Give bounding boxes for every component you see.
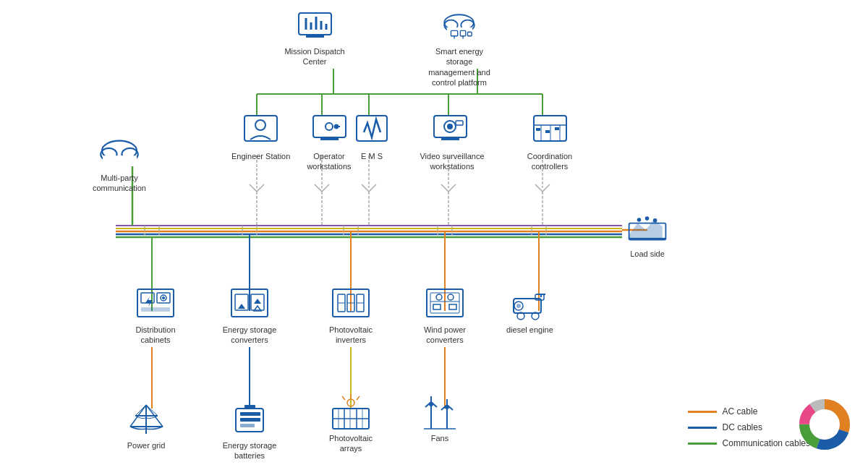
svg-line-149 [357, 396, 359, 400]
coordination-node: Coordination controllers [517, 112, 582, 172]
svg-rect-78 [313, 116, 346, 137]
energy-storage-bat-label: Energy storage batteries [217, 440, 282, 461]
diesel-icon [508, 286, 551, 322]
video-node: Video surveillance workstations [420, 112, 485, 172]
svg-rect-108 [231, 289, 268, 317]
svg-point-131 [516, 304, 521, 308]
svg-point-99 [637, 218, 642, 222]
fans-node: Fans [418, 394, 461, 443]
photovoltaic-arr-node: Photovoltaic arrays [318, 394, 383, 454]
svg-line-16 [362, 184, 369, 192]
energy-storage-bat-icon [228, 401, 271, 437]
ac-line [688, 411, 717, 413]
coordination-icon [528, 112, 571, 148]
energy-storage-bat-node: Energy storage batteries [217, 401, 282, 461]
svg-point-86 [447, 124, 453, 129]
svg-rect-75 [103, 155, 137, 162]
distribution-node: Distribution cabinets [123, 286, 188, 346]
svg-line-142 [146, 405, 158, 416]
diesel-label: diesel engine [506, 325, 553, 335]
wind-power-icon [423, 286, 467, 322]
svg-line-17 [369, 184, 376, 192]
svg-rect-98 [629, 237, 666, 239]
fans-icon [418, 394, 461, 430]
svg-point-124 [436, 294, 442, 300]
diesel-node: diesel engine [506, 286, 553, 335]
photovoltaic-arr-icon [329, 394, 373, 430]
energy-storage-conv-label: Energy storage converters [217, 325, 282, 346]
svg-rect-144 [244, 405, 255, 409]
svg-line-141 [135, 405, 146, 416]
dc-label: DC cables [723, 422, 762, 432]
svg-rect-122 [430, 293, 459, 313]
svg-point-106 [162, 296, 165, 299]
svg-line-13 [315, 184, 322, 192]
power-grid-icon [124, 401, 168, 437]
operator-icon [307, 112, 351, 148]
photovoltaic-arr-label: Photovoltaic arrays [318, 433, 383, 454]
svg-rect-126 [433, 304, 441, 309]
energy-storage-conv-icon [228, 286, 271, 322]
wind-power-node: Wind power converters [412, 286, 477, 346]
svg-rect-121 [427, 289, 463, 317]
engineer-station-label: Engineer Station [231, 151, 290, 161]
svg-rect-96 [555, 127, 559, 130]
svg-line-20 [448, 184, 456, 192]
power-grid-label: Power grid [127, 440, 166, 450]
video-label: Video surveillance workstations [420, 151, 485, 172]
svg-rect-127 [449, 304, 456, 309]
fans-label: Fans [431, 433, 448, 443]
svg-rect-147 [240, 424, 255, 427]
svg-rect-107 [141, 307, 170, 312]
load-side-label: Load side [630, 249, 665, 259]
svg-marker-112 [254, 299, 261, 304]
svg-line-22 [535, 184, 542, 192]
mission-dispatch-label: Mission Dispatch Center [282, 46, 347, 67]
smart-energy-icon [438, 7, 481, 43]
photovoltaic-inv-icon [329, 286, 373, 322]
svg-point-100 [645, 216, 650, 221]
svg-rect-87 [456, 121, 463, 125]
ems-label: E M S [361, 151, 383, 161]
svg-point-77 [255, 120, 265, 130]
svg-rect-95 [545, 130, 550, 133]
video-icon [430, 112, 474, 148]
engineer-station-icon [239, 112, 283, 148]
ems-icon [350, 112, 393, 148]
load-side-icon [626, 210, 669, 246]
svg-line-19 [441, 184, 448, 192]
svg-marker-111 [238, 304, 245, 309]
dc-line [688, 427, 717, 429]
svg-rect-57 [306, 35, 324, 38]
svg-line-23 [542, 184, 550, 192]
diagram-container: Mission Dispatch Center Smart energy sto… [0, 0, 868, 470]
mission-dispatch-icon [293, 7, 336, 43]
ac-label: AC cable [723, 406, 758, 416]
svg-line-150 [342, 396, 345, 400]
multi-party-icon [98, 134, 141, 170]
ems-node: E M S [350, 112, 393, 161]
svg-point-151 [347, 399, 354, 406]
donut-chart [796, 396, 854, 456]
legend-comm: Communication cables [688, 438, 810, 448]
distribution-icon [134, 286, 177, 322]
svg-line-10 [250, 184, 257, 192]
legend: AC cable DC cables Communication cables [688, 406, 810, 448]
smart-energy-node: Smart energy storage management and cont… [427, 7, 492, 87]
multi-party-node: Multi-party communication [87, 134, 152, 194]
energy-storage-conv-node: Energy storage converters [217, 286, 282, 346]
svg-rect-94 [536, 128, 540, 131]
engineer-station-node: Engineer Station [231, 112, 290, 161]
photovoltaic-inv-label: Photovoltaic inverters [318, 325, 383, 346]
smart-energy-label: Smart energy storage management and cont… [427, 46, 492, 87]
photovoltaic-inv-node: Photovoltaic inverters [318, 286, 383, 346]
svg-rect-88 [441, 137, 459, 140]
svg-line-14 [322, 184, 329, 192]
mission-dispatch-node: Mission Dispatch Center [282, 7, 347, 67]
power-grid-node: Power grid [124, 401, 168, 450]
svg-rect-82 [320, 137, 339, 140]
wind-power-label: Wind power converters [412, 325, 477, 346]
svg-point-125 [448, 294, 454, 300]
svg-point-79 [326, 123, 333, 130]
svg-rect-145 [240, 412, 260, 416]
